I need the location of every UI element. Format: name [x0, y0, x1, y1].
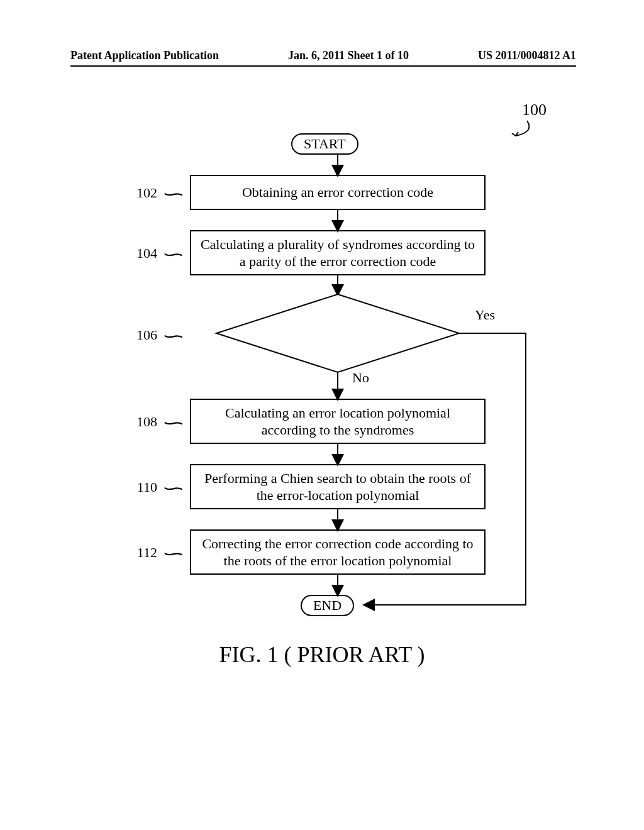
figure-caption: FIG. 1 ( PRIOR ART ) [0, 641, 644, 668]
header-right: US 2011/0004812 A1 [478, 49, 576, 62]
flow-connectors [0, 101, 644, 729]
patent-page: Patent Application Publication Jan. 6, 2… [0, 0, 644, 830]
page-header: Patent Application Publication Jan. 6, 2… [70, 49, 576, 62]
header-center: Jan. 6, 2011 Sheet 1 of 10 [288, 49, 409, 62]
flowchart: 100 START 102 ∽ Obtaining an error corre… [0, 101, 644, 729]
header-rule [70, 65, 576, 67]
header-left: Patent Application Publication [70, 49, 219, 62]
svg-marker-3 [216, 294, 459, 372]
